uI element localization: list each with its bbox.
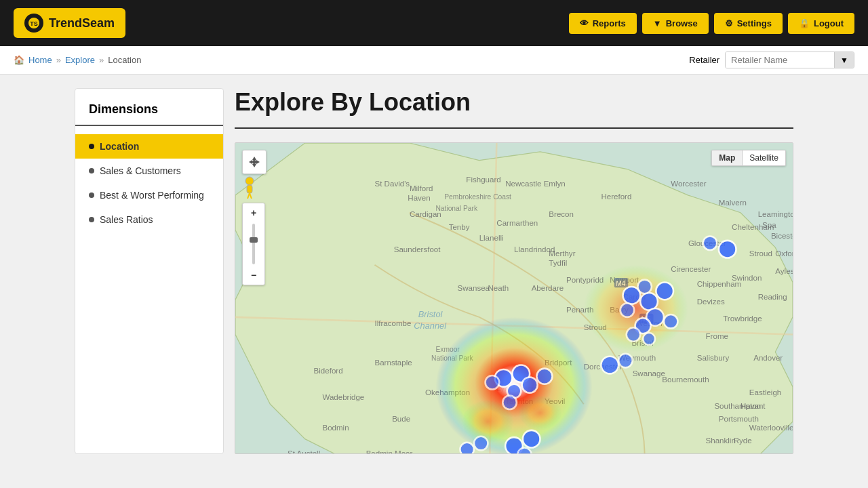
svg-text:Brecon: Brecon [549, 210, 574, 218]
svg-point-135 [601, 357, 618, 374]
browse-button[interactable]: ▼ Browse [642, 13, 709, 34]
svg-point-141 [460, 443, 474, 454]
svg-text:Reading: Reading [758, 293, 787, 301]
map-svg: Cardigan St David's Pembrokeshire Coast … [235, 143, 793, 454]
svg-point-129 [486, 375, 500, 390]
svg-text:Channel: Channel [414, 321, 447, 331]
svg-text:Barnstaple: Barnstaple [375, 359, 412, 367]
zoom-in-button[interactable]: + [245, 206, 262, 220]
svg-text:Waterlooville: Waterlooville [749, 424, 793, 432]
svg-text:Tenby: Tenby [449, 223, 470, 231]
svg-text:Newcastle Emlyn: Newcastle Emlyn [505, 180, 566, 188]
svg-text:Stroud: Stroud [749, 249, 772, 258]
zoom-out-button[interactable]: − [245, 268, 262, 282]
svg-marker-9 [256, 160, 260, 164]
svg-text:St David's: St David's [375, 180, 410, 188]
street-view-icon[interactable] [242, 176, 257, 201]
zoom-track [252, 224, 255, 264]
svg-text:Devizes: Devizes [697, 298, 725, 306]
svg-point-133 [523, 430, 540, 448]
svg-text:St Austell: St Austell [288, 449, 320, 454]
svg-text:Frome: Frome [706, 332, 728, 340]
svg-text:Trowbridge: Trowbridge [723, 314, 762, 323]
svg-text:Tydfil: Tydfil [549, 259, 567, 267]
svg-marker-8 [249, 160, 252, 164]
svg-text:Shanklin: Shanklin [706, 436, 736, 445]
retailer-filter: Retailer ▼ [689, 52, 854, 68]
lock-icon: 🔒 [799, 18, 810, 28]
svg-text:Salisbury: Salisbury [697, 354, 730, 362]
pan-icon[interactable] [242, 150, 267, 174]
svg-text:Milford: Milford [410, 184, 433, 192]
svg-point-123 [627, 327, 641, 342]
svg-text:Aylesbury: Aylesbury [775, 267, 793, 275]
svg-text:Worcester: Worcester [671, 180, 707, 188]
retailer-name-input[interactable] [726, 52, 834, 68]
svg-line-5 [250, 193, 252, 199]
map-type-map-button[interactable]: Map [712, 150, 743, 165]
sidebar-bullet-ratios [89, 217, 94, 222]
logo[interactable]: TS TrendSeam [14, 8, 125, 38]
svg-text:Llanelli: Llanelli [479, 234, 504, 242]
svg-text:Leamington: Leamington [758, 210, 793, 218]
map-type-satellite-button[interactable]: Satellite [743, 150, 785, 165]
svg-point-116 [637, 280, 652, 294]
logo-icon: TS [24, 14, 43, 33]
sidebar-item-best-worst[interactable]: Best & Worst Performing [75, 183, 223, 207]
breadcrumb-home[interactable]: Home [28, 55, 52, 65]
logout-button[interactable]: 🔒 Logout [788, 13, 854, 34]
sidebar-bullet-sales [89, 168, 94, 174]
logo-text: TrendSeam [49, 16, 115, 30]
svg-point-142 [474, 436, 488, 451]
breadcrumb-current: Location [108, 55, 141, 65]
sidebar-item-sales-customers[interactable]: Sales & Customers [75, 159, 223, 183]
eye-icon: 👁 [580, 18, 589, 28]
gear-icon: ⚙ [725, 18, 733, 28]
svg-marker-6 [252, 157, 256, 160]
svg-text:Cirencester: Cirencester [671, 265, 711, 273]
svg-text:Ilfracombe: Ilfracombe [375, 319, 412, 327]
svg-text:Malvern: Malvern [719, 199, 747, 207]
breadcrumb-explore[interactable]: Explore [65, 55, 95, 65]
sidebar-item-sales-ratios[interactable]: Sales Ratios [75, 207, 223, 232]
svg-text:Bicester: Bicester [771, 232, 793, 240]
svg-text:Bude: Bude [392, 415, 410, 423]
svg-text:Bournemouth: Bournemouth [662, 375, 709, 384]
svg-text:Swanage: Swanage [633, 369, 665, 378]
header: TS TrendSeam 👁 Reports ▼ Browse ⚙ Settin… [0, 0, 868, 46]
retailer-dropdown-button[interactable]: ▼ [834, 52, 854, 68]
reports-button[interactable]: 👁 Reports [569, 13, 637, 34]
svg-point-130 [502, 395, 517, 409]
svg-point-10 [252, 160, 256, 164]
chevron-down-icon: ▼ [653, 18, 662, 28]
svg-text:Neath: Neath [488, 284, 509, 292]
svg-marker-7 [252, 164, 256, 167]
home-icon: 🏠 [14, 55, 24, 65]
svg-text:Andover: Andover [753, 354, 783, 362]
svg-text:Havant: Havant [741, 402, 766, 410]
svg-text:Pembrokeshire Coast: Pembrokeshire Coast [444, 193, 511, 201]
svg-text:Bristol: Bristol [418, 309, 443, 319]
zoom-controls: + − [242, 203, 265, 285]
svg-point-119 [703, 236, 717, 250]
svg-point-134 [517, 448, 532, 454]
svg-point-2 [245, 177, 254, 185]
sidebar-bullet-location [89, 144, 94, 149]
page-title: Explore By Location [235, 88, 793, 117]
sidebar-bullet-best [89, 192, 94, 198]
svg-text:Bodmin Moor: Bodmin Moor [366, 449, 413, 454]
retailer-input-wrap: ▼ [725, 52, 854, 68]
svg-text:Haven: Haven [408, 194, 430, 202]
pan-control[interactable] [242, 150, 267, 174]
svg-point-118 [719, 241, 736, 258]
settings-button[interactable]: ⚙ Settings [714, 13, 783, 34]
sidebar-item-location[interactable]: Location [75, 134, 223, 159]
breadcrumb-sep-1: » [56, 55, 61, 65]
svg-text:Wadebridge: Wadebridge [322, 393, 364, 401]
breadcrumb-bar: 🏠 Home » Explore » Location Retailer ▼ [0, 46, 868, 75]
sidebar: Dimensions Location Sales & Customers Be… [75, 88, 224, 454]
retailer-label: Retailer [689, 55, 719, 65]
svg-point-115 [656, 283, 673, 300]
svg-text:Saundersfoot: Saundersfoot [394, 245, 441, 253]
svg-text:Eastleigh: Eastleigh [749, 388, 782, 396]
